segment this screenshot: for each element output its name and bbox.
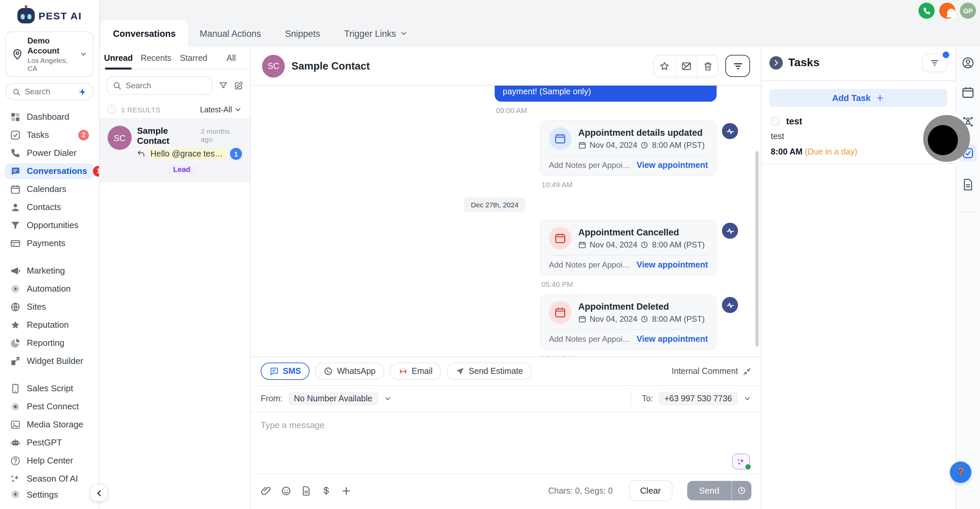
schedule-send-button[interactable] xyxy=(731,481,751,500)
tab-conversations[interactable]: Conversations xyxy=(101,20,188,47)
sidebar-item-dashboard[interactable]: Dashboard xyxy=(5,109,94,125)
chat-contact-avatar: SC xyxy=(262,54,285,77)
message-time: 09:00 AM xyxy=(496,106,717,114)
tab-all[interactable]: All xyxy=(213,47,250,69)
help-center-icon xyxy=(10,455,21,466)
sidebar-item-widget-builder[interactable]: Widget Builder xyxy=(5,353,94,369)
delete-conversation-button[interactable] xyxy=(697,55,718,77)
payment-request-icon[interactable] xyxy=(321,485,332,496)
sidebar-item-power-dialer[interactable]: Power Dialer xyxy=(5,145,94,161)
from-number-select[interactable]: No Number Available xyxy=(288,392,378,405)
sidebar-item-automation[interactable]: Automation xyxy=(5,281,94,297)
tab-recents[interactable]: Recents xyxy=(137,47,175,69)
ai-status-dot xyxy=(745,464,751,470)
appointment-event-card: Appointment details updated Nov 04, 2024… xyxy=(540,120,717,176)
sidebar-item-sites[interactable]: Sites xyxy=(5,298,94,315)
sidebar-item-opportunities[interactable]: Opportunities xyxy=(5,217,94,233)
screen-recording-bubble[interactable] xyxy=(923,115,970,162)
sidebar-item-sales-script[interactable]: Sales Script xyxy=(5,380,94,396)
sidebar-item-reporting[interactable]: Reporting xyxy=(5,335,94,351)
internal-comment-toggle[interactable]: Internal Comment xyxy=(671,367,751,376)
sidebar-search-input[interactable] xyxy=(25,87,74,96)
view-appointment-link[interactable]: View appointment xyxy=(637,260,708,270)
sidebar-search[interactable] xyxy=(5,83,94,101)
task-due-label: (Due in a day) xyxy=(805,147,858,156)
star-conversation-button[interactable] xyxy=(654,55,675,77)
calendar-panel-icon[interactable] xyxy=(961,86,975,99)
conversation-time: 2 months ago xyxy=(201,127,242,143)
mark-unread-button[interactable] xyxy=(675,55,697,77)
account-switcher[interactable]: Demo Account Los Angeles, CA xyxy=(5,32,94,77)
add-more-icon[interactable] xyxy=(341,485,352,496)
tab-unread[interactable]: Unread xyxy=(100,47,137,69)
sidebar-item-help-center[interactable]: Help Center xyxy=(5,453,94,469)
sidebar-item-pestgpt[interactable]: PestGPT xyxy=(5,434,94,450)
chevron-down-icon[interactable] xyxy=(743,395,751,403)
power-dialer-icon xyxy=(10,147,21,158)
message-textarea[interactable] xyxy=(251,412,761,474)
channel-whatsapp[interactable]: WhatsApp xyxy=(315,362,384,380)
thread-scrollbar[interactable] xyxy=(756,151,759,346)
channel-sms[interactable]: SMS xyxy=(261,362,310,380)
calendar-icon xyxy=(578,141,586,149)
tab-snippets[interactable]: Snippets xyxy=(273,20,332,47)
dialer-phone-button[interactable] xyxy=(918,3,935,19)
to-number-select[interactable]: +63 997 530 7736 xyxy=(659,392,738,405)
app-logo-text: PEST AI xyxy=(38,10,82,21)
add-task-button[interactable]: Add Task xyxy=(769,89,947,107)
sidebar-item-season-of-ai[interactable]: Season Of AI xyxy=(5,471,94,482)
compose-icon[interactable] xyxy=(234,81,243,90)
sidebar-item-tasks[interactable]: Tasks2 xyxy=(5,127,94,143)
channel-email[interactable]: Email xyxy=(390,362,442,380)
contact-details-icon[interactable] xyxy=(961,56,975,70)
clear-button[interactable]: Clear xyxy=(629,480,672,501)
sidebar-item-conversations[interactable]: Conversations1 xyxy=(5,163,94,179)
conversation-list-item[interactable]: SC Sample Contact 2 months ago Hello @gr… xyxy=(100,118,250,182)
task-checkbox[interactable] xyxy=(771,117,780,126)
conversation-search[interactable] xyxy=(106,76,213,95)
tab-trigger-links[interactable]: Trigger Links xyxy=(332,20,420,47)
chevron-down-icon[interactable] xyxy=(384,395,392,403)
view-appointment-link[interactable]: View appointment xyxy=(637,161,708,170)
event-title: Appointment Deleted xyxy=(578,301,705,311)
sidebar-item-payments[interactable]: Payments xyxy=(5,235,94,251)
tab-manual-actions[interactable]: Manual Actions xyxy=(188,20,273,47)
sidebar-item-media-storage[interactable]: Media Storage xyxy=(5,416,94,432)
channel-send-estimate[interactable]: Send Estimate xyxy=(447,362,532,380)
send-button[interactable]: Send xyxy=(687,481,731,500)
attachment-icon[interactable] xyxy=(261,485,271,496)
user-avatar[interactable]: GP xyxy=(960,3,976,19)
event-title: Appointment details updated xyxy=(578,128,705,137)
sidebar-collapse-button[interactable] xyxy=(91,485,107,501)
sort-dropdown[interactable]: Latest-All xyxy=(200,105,242,113)
sidebar-item-pest-connect[interactable]: Pest Connect xyxy=(5,398,94,414)
ai-assist-button[interactable] xyxy=(732,453,750,469)
tasks-filter-button[interactable] xyxy=(922,54,947,72)
thread-filter-button[interactable] xyxy=(725,55,750,77)
sidebar-item-reputation[interactable]: Reputation xyxy=(5,317,94,333)
channel-tabs: SMS WhatsApp Email Send Estimate Interna… xyxy=(251,357,761,385)
notifications-bell-button[interactable] xyxy=(939,3,955,19)
chevron-right-icon xyxy=(772,59,780,67)
clock-icon xyxy=(641,141,649,149)
filter-funnel-icon[interactable] xyxy=(219,81,228,90)
help-button[interactable]: ? xyxy=(950,461,971,483)
conversation-search-input[interactable] xyxy=(126,81,207,90)
sidebar-item-contacts[interactable]: Contacts xyxy=(5,199,94,215)
sidebar-item-calendars[interactable]: Calendars xyxy=(5,181,94,197)
tab-starred[interactable]: Starred xyxy=(175,47,213,69)
notes-panel-icon[interactable] xyxy=(961,178,975,191)
event-time: 8:00 AM (PST) xyxy=(652,140,705,150)
template-icon[interactable] xyxy=(301,485,312,496)
tasks-collapse-button[interactable] xyxy=(769,56,783,70)
view-appointment-link[interactable]: View appointment xyxy=(637,334,708,344)
mail-icon xyxy=(681,61,692,71)
bell-icon xyxy=(943,6,951,15)
quick-actions-bolt-icon[interactable] xyxy=(78,87,87,96)
unread-count-badge[interactable]: 1 xyxy=(230,148,242,160)
select-all-checkbox[interactable] xyxy=(108,105,116,114)
collapse-icon xyxy=(743,367,751,375)
sidebar-item-marketing[interactable]: Marketing xyxy=(5,263,94,279)
sidebar-item-settings[interactable]: Settings xyxy=(0,482,99,509)
emoji-icon[interactable] xyxy=(281,485,291,496)
